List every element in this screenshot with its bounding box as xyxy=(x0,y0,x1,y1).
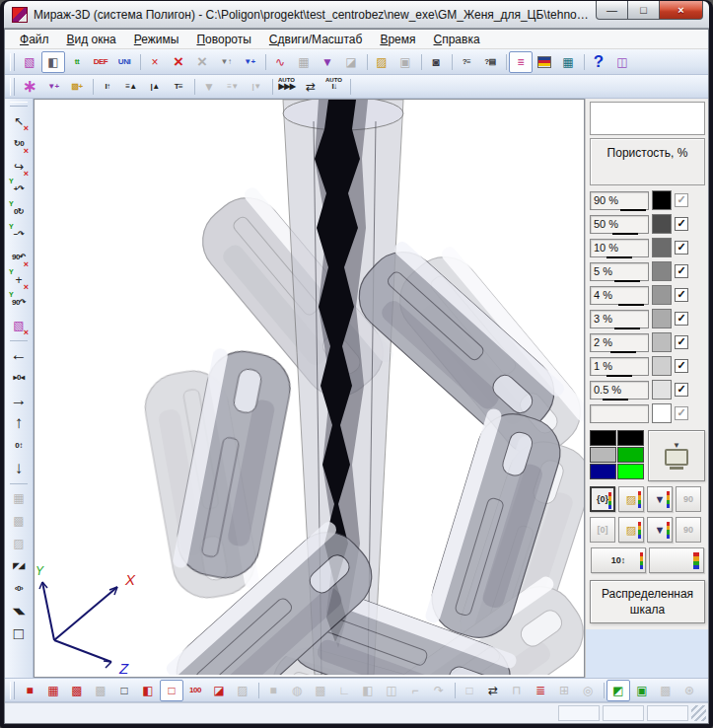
scale-color-swatch[interactable] xyxy=(652,332,672,352)
save-step-button[interactable]: ▼↑ xyxy=(214,51,238,73)
zoom-out-button[interactable]: ◤◢ xyxy=(7,554,31,577)
title-bar[interactable]: Мираж-3D (система Полигон) - C:\Poligon\… xyxy=(4,1,709,29)
scale-checkbox[interactable]: ✓ xyxy=(675,406,688,420)
snapshot-button[interactable]: ◙ xyxy=(424,51,448,73)
scale-90-button[interactable]: 90 xyxy=(676,486,701,512)
plot-curves-button[interactable]: ∿ xyxy=(268,51,292,73)
close-button[interactable]: × xyxy=(659,1,703,20)
rotate-x-step-button[interactable]: ↪ × xyxy=(7,155,31,178)
manual-button[interactable]: ◫ xyxy=(610,51,634,73)
scale-color-swatch[interactable] xyxy=(652,403,672,423)
cube-dots-gray-button[interactable]: ▩ xyxy=(309,680,332,701)
scale-slider[interactable] xyxy=(603,399,628,400)
separator[interactable] xyxy=(417,51,424,73)
scale-levels-10-button[interactable]: 10↕ xyxy=(591,547,646,573)
menu-item[interactable]: Сдвиги/Масштаб xyxy=(260,31,372,48)
shift-x-zero-button[interactable]: ▸0◂ xyxy=(7,366,31,389)
info-list-button[interactable]: ?≡ xyxy=(455,51,478,73)
cube-half-red-button[interactable]: ◧ xyxy=(136,680,160,701)
shift-y-zero-button[interactable]: 0↕ xyxy=(7,434,31,457)
menu-item[interactable]: Справка xyxy=(425,31,489,48)
scale-value-input[interactable]: 90 % xyxy=(590,191,649,210)
separator[interactable] xyxy=(451,680,458,701)
separator[interactable] xyxy=(7,336,31,343)
cube-gray-button[interactable]: ■ xyxy=(261,680,285,701)
wireframe-box-button[interactable]: □ xyxy=(7,622,31,645)
scale-color-swatch[interactable] xyxy=(652,214,672,234)
rotate-free-button[interactable]: ↖ × xyxy=(7,109,31,132)
shift-right-button[interactable]: → xyxy=(7,389,31,411)
grid-dots-button[interactable]: ▩ xyxy=(654,680,677,701)
step-down-button[interactable]: ▼ xyxy=(197,76,221,98)
sphere-dots-button[interactable]: ◍ xyxy=(285,680,309,701)
shift-down-button[interactable]: ↓ xyxy=(7,457,31,479)
arrow-gray-button[interactable]: ↷ xyxy=(427,680,451,701)
fit-range-button[interactable]: ⇄ xyxy=(299,76,322,98)
cube-green-open-button[interactable]: ◩ xyxy=(606,680,630,701)
separator[interactable] xyxy=(346,76,353,98)
scale-open-button[interactable]: ▨ xyxy=(618,486,644,512)
scale-color-swatch[interactable] xyxy=(652,285,672,305)
scale-color-swatch[interactable] xyxy=(652,309,672,328)
scale-zero-off-button[interactable]: [0] xyxy=(590,517,615,543)
separator[interactable] xyxy=(261,51,268,73)
scale-slider[interactable] xyxy=(614,328,640,329)
palette-swatch[interactable] xyxy=(590,430,616,446)
toolbar-drag-handle[interactable] xyxy=(10,78,15,96)
scale-value-input[interactable]: 50 % xyxy=(590,215,649,234)
palette-swatch[interactable] xyxy=(590,447,616,463)
compare-fields-button[interactable]: ▦ xyxy=(292,51,316,73)
minimize-button[interactable]: — xyxy=(596,1,628,20)
scale-checkbox[interactable]: ✓ xyxy=(675,335,688,349)
toolbar-drag-handle[interactable] xyxy=(10,102,28,107)
separator[interactable] xyxy=(448,51,455,73)
toolbar-drag-handle[interactable] xyxy=(10,682,15,699)
scale-checkbox[interactable]: ✓ xyxy=(675,312,688,326)
square-hatch-button[interactable]: ▨ xyxy=(231,680,254,701)
field-cube-uni-button[interactable]: UNI xyxy=(112,51,136,73)
palette-swatch[interactable] xyxy=(617,464,644,479)
half-gray-button[interactable]: ◧ xyxy=(356,680,380,701)
scale-value-box[interactable] xyxy=(590,102,705,135)
cubes-green-button[interactable]: ▣ xyxy=(630,680,654,701)
field-cube-color-button[interactable]: ▧ xyxy=(18,51,41,73)
scale-red-blue-button[interactable]: ≣ xyxy=(529,680,552,701)
scale-color-swatch[interactable] xyxy=(652,190,672,210)
layer-up-button[interactable]: ≡▲ xyxy=(119,76,143,98)
scale-color-swatch[interactable] xyxy=(652,356,672,376)
calculator-button[interactable]: ▦ xyxy=(556,51,580,73)
scale-value-input[interactable]: 2 % xyxy=(590,333,649,352)
menu-item[interactable]: Время xyxy=(371,31,424,48)
field-cube-solid-button[interactable]: ◧ xyxy=(41,51,65,73)
palette-swatch[interactable] xyxy=(617,447,644,463)
scale-slider[interactable] xyxy=(606,256,632,258)
cube-mesh-red-button[interactable]: ▦ xyxy=(41,680,65,701)
time-list-button[interactable]: T≡ xyxy=(167,76,190,98)
resize-grip[interactable] xyxy=(691,705,706,721)
restore-button[interactable]: □ xyxy=(627,1,660,20)
zoom-zero-button[interactable]: ‹0› xyxy=(7,577,31,600)
field-cube-tt-button[interactable]: tt xyxy=(65,51,89,73)
zoom-in-button[interactable]: ◥◣ xyxy=(7,600,31,622)
rotate-y-zero-button[interactable]: Y 0↻ xyxy=(7,200,31,223)
burst-button[interactable]: ⊛ xyxy=(677,680,701,701)
open-add-button[interactable]: ▨+ xyxy=(65,76,89,98)
help-button[interactable]: ? xyxy=(587,51,610,73)
scale-slider[interactable] xyxy=(606,375,632,377)
scale-open2-button[interactable]: ▨ xyxy=(618,517,644,543)
erase-current-button[interactable]: × xyxy=(143,51,167,73)
spiral-button[interactable]: ◎ xyxy=(576,680,600,701)
scale-checkbox[interactable]: ✓ xyxy=(675,359,688,373)
trim-button[interactable]: ⊓ xyxy=(505,680,529,701)
erase-disabled-button[interactable]: × xyxy=(190,51,214,73)
rotate-x-zero-button[interactable]: ↻0 × xyxy=(7,132,31,155)
toolbar-drag-handle[interactable] xyxy=(10,53,15,71)
scale-slider[interactable] xyxy=(610,351,636,353)
point-down-button[interactable]: |▼ xyxy=(245,76,268,98)
shift-up-button[interactable]: ↑ xyxy=(7,411,31,434)
flat-gray-button[interactable]: ⌐ xyxy=(403,680,427,701)
time-step-up-button[interactable]: I↑ xyxy=(96,76,119,98)
menu-item[interactable]: Повороты xyxy=(187,31,259,48)
layer-down-button[interactable]: ≡▼ xyxy=(221,76,245,98)
viewport-3d[interactable]: X Y Z xyxy=(34,99,585,678)
